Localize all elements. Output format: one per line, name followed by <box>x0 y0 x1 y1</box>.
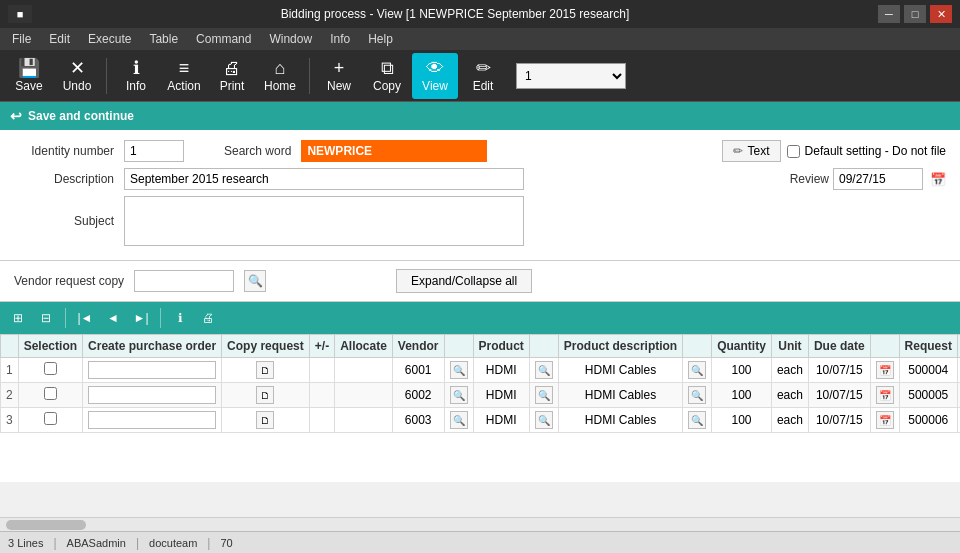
row-create-po-2 <box>83 383 222 408</box>
product-lookup-btn-2[interactable]: 🔍 <box>535 386 553 404</box>
row-create-po-3 <box>83 408 222 433</box>
pencil-icon: ✏ <box>733 144 743 158</box>
copy-req-btn-2[interactable]: 🗋 <box>256 386 274 404</box>
col-product: Product <box>473 335 529 358</box>
create-po-input-3[interactable] <box>88 411 216 429</box>
menu-window[interactable]: Window <box>261 30 320 48</box>
menu-help[interactable]: Help <box>360 30 401 48</box>
status-sep-1: | <box>53 536 56 550</box>
vendor-lookup-btn-2[interactable]: 🔍 <box>450 386 468 404</box>
row-num-2: 2 <box>1 383 19 408</box>
row-vendor-2: 6002 <box>392 383 444 408</box>
new-btn[interactable]: + New <box>316 53 362 99</box>
product-desc-lookup-btn-3[interactable]: 🔍 <box>688 411 706 429</box>
view-btn[interactable]: 👁 View <box>412 53 458 99</box>
copy-req-btn-1[interactable]: 🗋 <box>256 361 274 379</box>
edit-btn[interactable]: ✏ Edit <box>460 53 506 99</box>
status-team: docuteam <box>149 537 197 549</box>
grid-print-btn[interactable]: 🖨 <box>196 306 220 330</box>
selection-checkbox-2[interactable] <box>44 387 57 400</box>
undo-btn[interactable]: ✕ Undo <box>54 53 100 99</box>
row-allocate-3 <box>335 408 393 433</box>
grid-remove-row-btn[interactable]: ⊟ <box>34 306 58 330</box>
product-desc-lookup-btn-1[interactable]: 🔍 <box>688 361 706 379</box>
menu-file[interactable]: File <box>4 30 39 48</box>
row-request-2: 500005 <box>899 383 957 408</box>
due-date-cal-btn-2[interactable]: 📅 <box>876 386 894 404</box>
edit-icon: ✏ <box>476 59 491 77</box>
action-icon: ≡ <box>179 59 190 77</box>
save-bar: ↩ Save and continue <box>0 102 960 130</box>
vendor-request-input[interactable] <box>134 270 234 292</box>
vendor-lookup-btn-3[interactable]: 🔍 <box>450 411 468 429</box>
close-btn[interactable]: ✕ <box>930 5 952 23</box>
review-label: Review <box>790 172 829 186</box>
text-btn[interactable]: ✏ Text <box>722 140 781 162</box>
grid-add-row-btn[interactable]: ⊞ <box>6 306 30 330</box>
print-icon: 🖨 <box>223 59 241 77</box>
col-vendor: Vendor <box>392 335 444 358</box>
expand-collapse-btn[interactable]: Expand/Collapse all <box>396 269 532 293</box>
save-btn[interactable]: 💾 Save <box>6 53 52 99</box>
row-unit-1: each <box>771 358 808 383</box>
vendor-search-btn[interactable]: 🔍 <box>244 270 266 292</box>
copy-btn[interactable]: ⧉ Copy <box>364 53 410 99</box>
grid-sep-1 <box>65 308 66 328</box>
subject-textarea[interactable] <box>124 196 524 246</box>
review-input[interactable] <box>833 168 923 190</box>
calendar-icon[interactable]: 📅 <box>930 172 946 187</box>
menu-command[interactable]: Command <box>188 30 259 48</box>
product-lookup-btn-1[interactable]: 🔍 <box>535 361 553 379</box>
grid-first-btn[interactable]: |◄ <box>73 306 97 330</box>
due-date-cal-btn-1[interactable]: 📅 <box>876 361 894 379</box>
identity-row: Identity number Search word ✏ Text Defau… <box>14 140 946 162</box>
create-po-input-1[interactable] <box>88 361 216 379</box>
info-icon: ℹ <box>133 59 140 77</box>
default-setting-checkbox[interactable] <box>787 145 800 158</box>
copy-req-btn-3[interactable]: 🗋 <box>256 411 274 429</box>
row-quantity-1: 100 <box>712 358 772 383</box>
row-product-2: HDMI <box>473 383 529 408</box>
home-btn[interactable]: ⌂ Home <box>257 53 303 99</box>
maximize-btn[interactable]: □ <box>904 5 926 23</box>
grid-next-btn[interactable]: ►| <box>129 306 153 330</box>
product-lookup-btn-3[interactable]: 🔍 <box>535 411 553 429</box>
create-po-input-2[interactable] <box>88 386 216 404</box>
menu-table[interactable]: Table <box>141 30 186 48</box>
description-input[interactable] <box>124 168 524 190</box>
identity-label: Identity number <box>14 144 114 158</box>
horizontal-scrollbar[interactable] <box>0 517 960 531</box>
status-lines: 3 Lines <box>8 537 43 549</box>
selection-checkbox-3[interactable] <box>44 412 57 425</box>
menu-edit[interactable]: Edit <box>41 30 78 48</box>
grid-prev-btn[interactable]: ◄ <box>101 306 125 330</box>
row-due-date-2: 10/07/15 <box>808 383 870 408</box>
scroll-thumb[interactable] <box>6 520 86 530</box>
table-row: 2 🗋 6002 🔍 HDMI 🔍 HDMI Cables 🔍 100 each… <box>1 383 961 408</box>
app-icon-btn[interactable]: ■ <box>8 5 32 23</box>
save-continue-label: Save and continue <box>28 109 134 123</box>
minimize-btn[interactable]: ─ <box>878 5 900 23</box>
row-product-icon-2: 🔍 <box>529 383 558 408</box>
search-word-input[interactable] <box>301 140 487 162</box>
menu-info[interactable]: Info <box>322 30 358 48</box>
undo-label: Undo <box>63 79 92 93</box>
toolbar-sep-1 <box>106 58 107 94</box>
view-select[interactable]: 1 <box>516 63 626 89</box>
status-user: ABASadmin <box>67 537 126 549</box>
row-vendor-icon-2: 🔍 <box>444 383 473 408</box>
row-vendor-3: 6003 <box>392 408 444 433</box>
menu-execute[interactable]: Execute <box>80 30 139 48</box>
vendor-lookup-btn-1[interactable]: 🔍 <box>450 361 468 379</box>
form-area: Identity number Search word ✏ Text Defau… <box>0 130 960 261</box>
selection-checkbox-1[interactable] <box>44 362 57 375</box>
info-btn[interactable]: ℹ Info <box>113 53 159 99</box>
grid-info-btn[interactable]: ℹ <box>168 306 192 330</box>
col-selection: Selection <box>18 335 82 358</box>
action-btn[interactable]: ≡ Action <box>161 53 207 99</box>
product-desc-lookup-btn-2[interactable]: 🔍 <box>688 386 706 404</box>
due-date-cal-btn-3[interactable]: 📅 <box>876 411 894 429</box>
identity-input[interactable] <box>124 140 184 162</box>
row-product-desc-1: HDMI Cables <box>558 358 682 383</box>
print-btn[interactable]: 🖨 Print <box>209 53 255 99</box>
